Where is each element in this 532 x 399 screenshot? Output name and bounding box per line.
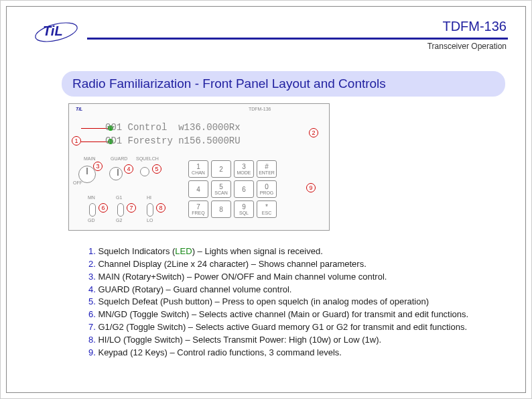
keypad-key: 4 (188, 180, 208, 198)
callout-arrow (81, 128, 108, 129)
guard-knob-label: GUARD (111, 156, 127, 161)
hi-lo-toggle (147, 203, 153, 217)
list-item: 7. G1/G2 (Toggle Switch) – Selects activ… (88, 321, 505, 334)
keypad-key: 9SQL (234, 201, 254, 218)
document-page: TiL TDFM-136 Transceiver Operation Radio… (6, 6, 526, 393)
page-title: Radio Familiarization - Front Panel Layo… (62, 71, 505, 97)
callout-1: 1 (72, 136, 81, 146)
keypad-key: 8 (211, 201, 231, 218)
svg-text:TiL: TiL (43, 23, 63, 38)
list-item: 9. Keypad (12 Keys) – Control radio func… (88, 347, 505, 359)
controls-list: 1. Squelch Indicators (LED) – Lights whe… (88, 245, 505, 359)
main-knob-label: MAIN (84, 156, 96, 161)
list-item: 3. MAIN (Rotary+Switch) – Power ON/OFF a… (88, 271, 505, 284)
subtitle: Transceiver Operation (427, 42, 507, 51)
list-item: 8. HI/LO (Toggle Switch) – Selects Trans… (88, 334, 505, 347)
callout-7: 7 (127, 203, 136, 213)
gd-label: GD (88, 218, 95, 223)
g1-label: G1 (116, 195, 122, 200)
squelch-label: SQUELCH (136, 156, 159, 161)
list-item: 5. Squelch Defeat (Push button) – Press … (88, 296, 505, 308)
keypad-key: 0PROG (257, 180, 277, 198)
off-label: OFF (73, 180, 82, 185)
guard-knob (109, 167, 123, 180)
keypad: 1CHAN23MODE#ENTER45SCAN60PROG7FREQ89SQL*… (188, 160, 277, 218)
keypad-key: 7FREQ (188, 201, 208, 218)
hi-label: HI (147, 195, 151, 200)
callout-5: 5 (152, 164, 161, 174)
header: TiL TDFM-136 Transceiver Operation (7, 7, 525, 51)
keypad-key: 5SCAN (211, 180, 231, 198)
header-rule (87, 38, 508, 40)
callout-4: 4 (124, 164, 133, 174)
list-item: 2. Channel Display (2Line x 24 character… (88, 258, 505, 271)
lo-label: LO (147, 218, 153, 223)
keypad-key: *ESC (257, 201, 277, 218)
callout-arrow (81, 141, 108, 142)
keypad-key: 6 (234, 180, 254, 198)
lcd-display: 001 Control w136.0000Rx GD1 Forestry n15… (105, 121, 306, 148)
callout-2: 2 (309, 128, 318, 137)
model-label: TDFM-136 (442, 19, 507, 34)
list-item: 4. GUARD (Rotary) – Guard channel volume… (88, 284, 505, 296)
callout-8: 8 (156, 203, 165, 213)
mn-gd-toggle (89, 203, 96, 217)
callout-6: 6 (98, 203, 108, 213)
callout-9: 9 (306, 183, 316, 192)
list-item: 1. Squelch Indicators (LED) – Lights whe… (88, 245, 505, 258)
keypad-key: 3MODE (234, 160, 254, 178)
keypad-key: 2 (211, 160, 231, 178)
keypad-key: 1CHAN (188, 160, 208, 178)
mn-label: MN (88, 195, 95, 200)
list-item: 6. MN/GD (Toggle Switch) – Selects activ… (88, 308, 505, 321)
logo: TiL (31, 19, 83, 48)
g1-g2-toggle (117, 203, 124, 217)
diagram-model: TDFM-136 (249, 107, 271, 111)
squelch-button (140, 167, 149, 176)
keypad-key: #ENTER (257, 160, 277, 178)
front-panel-diagram: TiL TDFM-136 001 Control w136.0000Rx GD1… (68, 103, 330, 231)
diagram-brand: TiL (76, 107, 82, 111)
g2-label: G2 (116, 218, 122, 223)
